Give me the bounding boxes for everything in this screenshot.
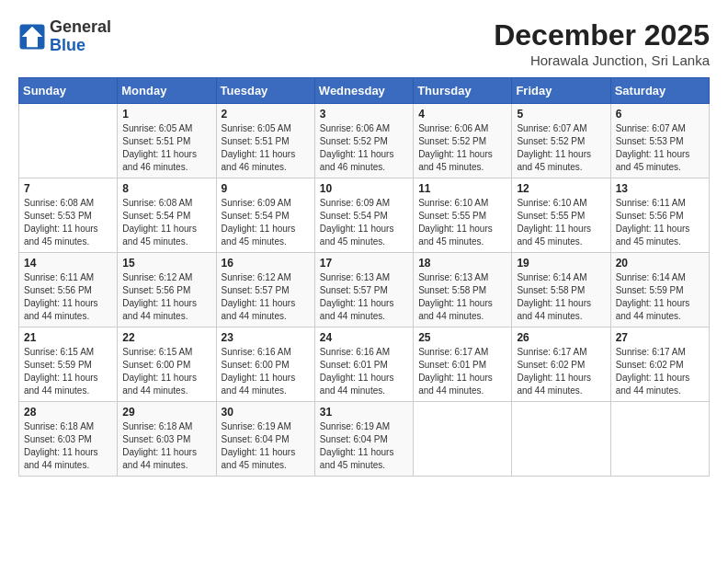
day-cell: 12Sunrise: 6:10 AMSunset: 5:55 PMDayligh… xyxy=(512,178,610,253)
day-info: Sunrise: 6:17 AMSunset: 6:02 PMDaylight:… xyxy=(616,346,704,397)
week-row-5: 28Sunrise: 6:18 AMSunset: 6:03 PMDayligh… xyxy=(19,402,710,477)
day-number: 3 xyxy=(320,108,408,121)
day-cell: 19Sunrise: 6:14 AMSunset: 5:58 PMDayligh… xyxy=(512,253,610,327)
day-info: Sunrise: 6:17 AMSunset: 6:01 PMDaylight:… xyxy=(418,346,506,397)
day-number: 22 xyxy=(122,331,210,344)
day-info: Sunrise: 6:12 AMSunset: 5:56 PMDaylight:… xyxy=(122,271,210,323)
day-info: Sunrise: 6:06 AMSunset: 5:52 PMDaylight:… xyxy=(320,122,408,174)
day-info: Sunrise: 6:09 AMSunset: 5:54 PMDaylight:… xyxy=(222,197,310,248)
day-number: 20 xyxy=(616,257,704,270)
day-cell: 25Sunrise: 6:17 AMSunset: 6:01 PMDayligh… xyxy=(414,327,512,402)
day-info: Sunrise: 6:18 AMSunset: 6:03 PMDaylight:… xyxy=(24,420,112,472)
day-number: 30 xyxy=(222,406,310,419)
day-cell xyxy=(19,104,118,178)
day-cell: 23Sunrise: 6:16 AMSunset: 6:00 PMDayligh… xyxy=(216,327,314,402)
day-info: Sunrise: 6:14 AMSunset: 5:59 PMDaylight:… xyxy=(616,271,704,323)
logo-general-text: General xyxy=(50,18,111,37)
day-info: Sunrise: 6:05 AMSunset: 5:51 PMDaylight:… xyxy=(122,122,210,174)
location-subtitle: Horawala Junction, Sri Lanka xyxy=(494,52,710,68)
day-cell: 7Sunrise: 6:08 AMSunset: 5:53 PMDaylight… xyxy=(19,178,118,253)
day-number: 21 xyxy=(24,331,112,344)
day-info: Sunrise: 6:07 AMSunset: 5:52 PMDaylight:… xyxy=(517,122,605,174)
day-info: Sunrise: 6:13 AMSunset: 5:58 PMDaylight:… xyxy=(418,271,506,323)
header-day-wednesday: Wednesday xyxy=(314,78,413,104)
day-cell: 3Sunrise: 6:06 AMSunset: 5:52 PMDaylight… xyxy=(314,104,413,178)
day-info: Sunrise: 6:06 AMSunset: 5:52 PMDaylight:… xyxy=(418,122,506,174)
day-cell: 13Sunrise: 6:11 AMSunset: 5:56 PMDayligh… xyxy=(610,178,709,253)
day-number: 17 xyxy=(320,257,408,270)
day-cell: 31Sunrise: 6:19 AMSunset: 6:04 PMDayligh… xyxy=(314,402,413,477)
day-number: 4 xyxy=(418,108,506,121)
day-cell xyxy=(610,402,709,477)
day-number: 29 xyxy=(122,406,210,419)
calendar-body: 1Sunrise: 6:05 AMSunset: 5:51 PMDaylight… xyxy=(19,104,710,477)
day-number: 19 xyxy=(517,257,605,270)
day-number: 12 xyxy=(517,182,605,195)
day-number: 27 xyxy=(616,331,704,344)
day-number: 7 xyxy=(24,182,112,195)
day-cell: 1Sunrise: 6:05 AMSunset: 5:51 PMDaylight… xyxy=(118,104,216,178)
day-number: 2 xyxy=(222,108,310,121)
logo: General Blue xyxy=(18,18,111,55)
week-row-3: 14Sunrise: 6:11 AMSunset: 5:56 PMDayligh… xyxy=(19,253,710,327)
day-info: Sunrise: 6:15 AMSunset: 6:00 PMDaylight:… xyxy=(122,346,210,397)
logo-blue-text: Blue xyxy=(50,37,111,55)
day-cell: 28Sunrise: 6:18 AMSunset: 6:03 PMDayligh… xyxy=(19,402,118,477)
day-info: Sunrise: 6:05 AMSunset: 5:51 PMDaylight:… xyxy=(222,122,310,174)
header-row: SundayMondayTuesdayWednesdayThursdayFrid… xyxy=(19,78,710,104)
day-cell: 20Sunrise: 6:14 AMSunset: 5:59 PMDayligh… xyxy=(610,253,709,327)
day-info: Sunrise: 6:11 AMSunset: 5:56 PMDaylight:… xyxy=(24,271,112,323)
day-info: Sunrise: 6:18 AMSunset: 6:03 PMDaylight:… xyxy=(122,420,210,472)
day-cell: 17Sunrise: 6:13 AMSunset: 5:57 PMDayligh… xyxy=(314,253,413,327)
day-info: Sunrise: 6:17 AMSunset: 6:02 PMDaylight:… xyxy=(517,346,605,397)
day-cell: 26Sunrise: 6:17 AMSunset: 6:02 PMDayligh… xyxy=(512,327,610,402)
calendar-header: SundayMondayTuesdayWednesdayThursdayFrid… xyxy=(19,78,710,104)
day-cell: 27Sunrise: 6:17 AMSunset: 6:02 PMDayligh… xyxy=(610,327,709,402)
day-number: 31 xyxy=(320,406,408,419)
day-number: 16 xyxy=(222,257,310,270)
month-title: December 2025 xyxy=(494,18,710,52)
day-number: 23 xyxy=(222,331,310,344)
day-number: 10 xyxy=(320,182,408,195)
day-info: Sunrise: 6:14 AMSunset: 5:58 PMDaylight:… xyxy=(517,271,605,323)
day-number: 8 xyxy=(122,182,210,195)
calendar-table: SundayMondayTuesdayWednesdayThursdayFrid… xyxy=(18,77,710,477)
day-number: 9 xyxy=(222,182,310,195)
day-cell: 4Sunrise: 6:06 AMSunset: 5:52 PMDaylight… xyxy=(414,104,512,178)
page-header: General Blue December 2025 Horawala Junc… xyxy=(18,18,710,68)
week-row-2: 7Sunrise: 6:08 AMSunset: 5:53 PMDaylight… xyxy=(19,178,710,253)
day-cell: 30Sunrise: 6:19 AMSunset: 6:04 PMDayligh… xyxy=(216,402,314,477)
day-cell: 14Sunrise: 6:11 AMSunset: 5:56 PMDayligh… xyxy=(19,253,118,327)
day-cell xyxy=(414,402,512,477)
day-info: Sunrise: 6:11 AMSunset: 5:56 PMDaylight:… xyxy=(616,197,704,248)
day-info: Sunrise: 6:16 AMSunset: 6:01 PMDaylight:… xyxy=(320,346,408,397)
day-number: 26 xyxy=(517,331,605,344)
day-cell: 21Sunrise: 6:15 AMSunset: 5:59 PMDayligh… xyxy=(19,327,118,402)
day-info: Sunrise: 6:19 AMSunset: 6:04 PMDaylight:… xyxy=(222,420,310,472)
day-cell: 11Sunrise: 6:10 AMSunset: 5:55 PMDayligh… xyxy=(414,178,512,253)
day-cell: 15Sunrise: 6:12 AMSunset: 5:56 PMDayligh… xyxy=(118,253,216,327)
day-number: 25 xyxy=(418,331,506,344)
day-cell: 9Sunrise: 6:09 AMSunset: 5:54 PMDaylight… xyxy=(216,178,314,253)
day-info: Sunrise: 6:08 AMSunset: 5:53 PMDaylight:… xyxy=(24,197,112,248)
day-number: 6 xyxy=(616,108,704,121)
day-info: Sunrise: 6:19 AMSunset: 6:04 PMDaylight:… xyxy=(320,420,408,472)
day-info: Sunrise: 6:12 AMSunset: 5:57 PMDaylight:… xyxy=(222,271,310,323)
header-day-friday: Friday xyxy=(512,78,610,104)
week-row-1: 1Sunrise: 6:05 AMSunset: 5:51 PMDaylight… xyxy=(19,104,710,178)
day-number: 5 xyxy=(517,108,605,121)
title-block: December 2025 Horawala Junction, Sri Lan… xyxy=(494,18,710,68)
day-info: Sunrise: 6:16 AMSunset: 6:00 PMDaylight:… xyxy=(222,346,310,397)
header-day-thursday: Thursday xyxy=(414,78,512,104)
day-info: Sunrise: 6:08 AMSunset: 5:54 PMDaylight:… xyxy=(122,197,210,248)
day-info: Sunrise: 6:07 AMSunset: 5:53 PMDaylight:… xyxy=(616,122,704,174)
day-info: Sunrise: 6:10 AMSunset: 5:55 PMDaylight:… xyxy=(517,197,605,248)
day-info: Sunrise: 6:10 AMSunset: 5:55 PMDaylight:… xyxy=(418,197,506,248)
day-cell: 10Sunrise: 6:09 AMSunset: 5:54 PMDayligh… xyxy=(314,178,413,253)
day-cell: 6Sunrise: 6:07 AMSunset: 5:53 PMDaylight… xyxy=(610,104,709,178)
day-info: Sunrise: 6:15 AMSunset: 5:59 PMDaylight:… xyxy=(24,346,112,397)
header-day-sunday: Sunday xyxy=(19,78,118,104)
logo-icon xyxy=(18,23,46,51)
day-cell xyxy=(512,402,610,477)
day-cell: 22Sunrise: 6:15 AMSunset: 6:00 PMDayligh… xyxy=(118,327,216,402)
